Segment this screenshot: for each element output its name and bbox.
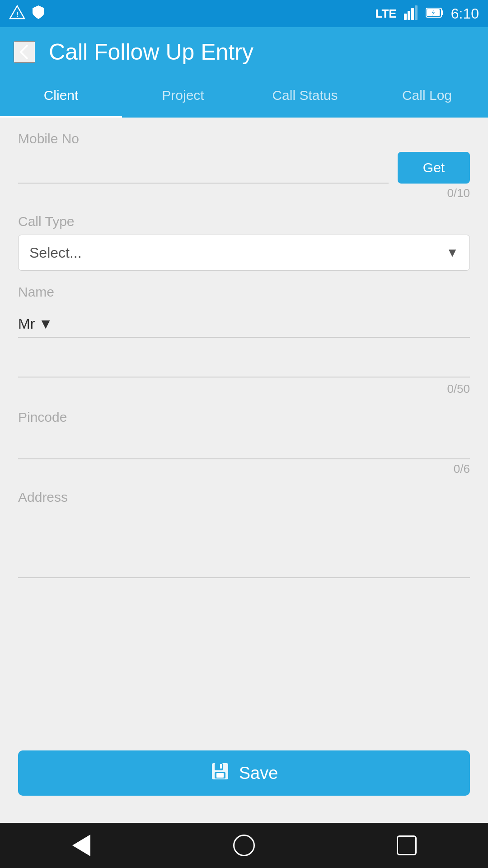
mobile-no-row: Get	[18, 152, 470, 184]
chevron-down-icon: ▼	[446, 245, 459, 260]
address-section: Address	[18, 490, 470, 580]
get-button[interactable]: Get	[398, 152, 470, 184]
pincode-char-count: 0/6	[18, 462, 470, 476]
header: Call Follow Up Entry	[0, 27, 488, 77]
tab-call-log[interactable]: Call Log	[366, 77, 488, 118]
name-title-arrow: ▼	[38, 316, 53, 332]
svg-rect-14	[220, 764, 222, 769]
name-label: Name	[18, 284, 470, 300]
form-content: Mobile No Get 0/10 Call Type Select... ▼…	[0, 118, 488, 841]
save-button[interactable]: Save	[18, 750, 470, 796]
battery-icon	[426, 6, 445, 21]
svg-rect-4	[411, 8, 414, 20]
signal-icon	[403, 5, 419, 23]
name-full-input[interactable]	[18, 341, 470, 377]
mobile-no-input[interactable]	[18, 155, 389, 184]
nav-home-button[interactable]	[226, 827, 262, 863]
call-type-label: Call Type	[18, 214, 470, 229]
pincode-section: Pincode 0/6	[18, 410, 470, 476]
nav-recents-button[interactable]	[389, 827, 425, 863]
status-bar-right: LTE 6:10	[375, 5, 479, 23]
tab-client[interactable]: Client	[0, 77, 122, 118]
call-type-dropdown[interactable]: Select... ▼	[18, 235, 470, 271]
mobile-no-section: Mobile No Get 0/10	[18, 131, 470, 200]
name-title-row: Mr ▼	[18, 305, 470, 338]
mobile-no-char-count: 0/10	[18, 186, 470, 200]
call-type-section: Call Type Select... ▼	[18, 214, 470, 271]
shield-icon	[31, 5, 46, 23]
save-label: Save	[239, 764, 278, 783]
svg-rect-3	[408, 11, 410, 20]
tab-call-status[interactable]: Call Status	[244, 77, 366, 118]
back-button[interactable]	[14, 41, 35, 63]
svg-rect-5	[415, 5, 418, 20]
mobile-no-label: Mobile No	[18, 131, 470, 146]
bottom-nav	[0, 823, 488, 868]
tabs-container: Client Project Call Status Call Log	[0, 77, 488, 118]
lte-label: LTE	[375, 7, 397, 21]
save-icon	[210, 761, 230, 785]
svg-rect-2	[404, 14, 407, 20]
name-title-value: Mr	[18, 316, 35, 332]
tab-project[interactable]: Project	[122, 77, 244, 118]
pincode-input[interactable]	[18, 430, 470, 459]
name-title-dropdown[interactable]: Mr ▼	[18, 316, 60, 332]
address-label: Address	[18, 490, 470, 505]
save-bar: Save	[0, 750, 488, 796]
call-type-selected: Select...	[29, 245, 82, 261]
name-char-count: 0/50	[18, 382, 470, 396]
name-section: Name Mr ▼ 0/50	[18, 284, 470, 396]
address-input[interactable]	[18, 510, 470, 578]
nav-back-button[interactable]	[63, 827, 99, 863]
svg-rect-13	[216, 773, 224, 778]
name-first-input[interactable]	[60, 305, 470, 332]
pincode-label: Pincode	[18, 410, 470, 425]
status-bar: ! LTE 6:10	[0, 0, 488, 27]
svg-text:!: !	[16, 11, 19, 18]
status-time: 6:10	[451, 5, 479, 22]
status-bar-left: !	[9, 4, 46, 24]
warning-icon: !	[9, 4, 25, 24]
page-title: Call Follow Up Entry	[49, 39, 253, 65]
svg-rect-7	[441, 10, 443, 15]
